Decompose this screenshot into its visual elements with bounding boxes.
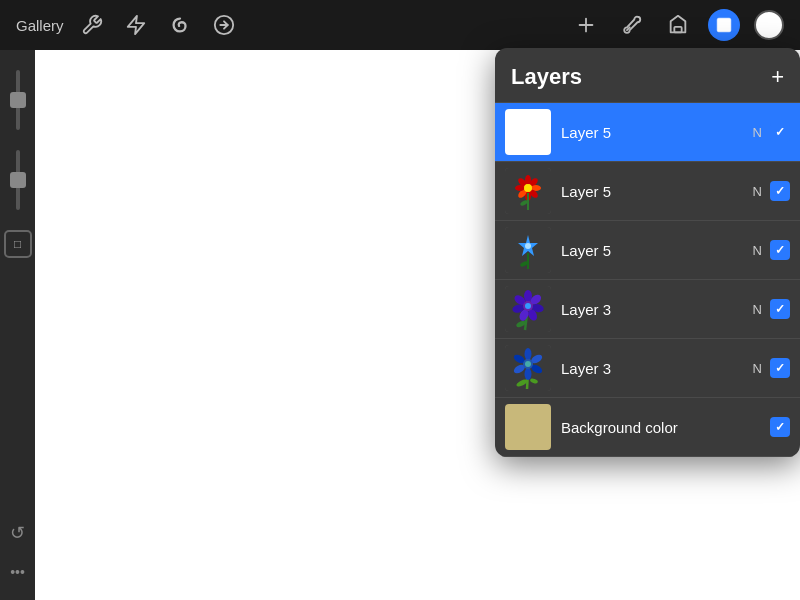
toolbar-right (570, 9, 784, 41)
smudge-icon[interactable] (164, 9, 196, 41)
layer-mode: N (753, 302, 762, 317)
layer-name: Background color (561, 419, 762, 436)
layer-item[interactable]: Layer 3 N (495, 339, 800, 398)
wrench-icon[interactable] (76, 9, 108, 41)
layer-mode: N (753, 125, 762, 140)
layer-visibility-checkbox[interactable] (770, 417, 790, 437)
layers-title: Layers (511, 64, 582, 90)
eraser-tool-icon[interactable] (662, 9, 694, 41)
svg-point-46 (525, 368, 532, 380)
layer-visibility-checkbox[interactable] (770, 122, 790, 142)
gallery-button[interactable]: Gallery (16, 17, 64, 34)
size-slider[interactable] (16, 150, 20, 210)
layer-thumbnail (505, 286, 551, 332)
layer-item[interactable]: Layer 5 N (495, 162, 800, 221)
layer-thumbnail (505, 168, 551, 214)
brush-tool-icon[interactable] (616, 9, 648, 41)
layer-toggle-button[interactable]: □ (4, 230, 32, 258)
layer-name: Layer 5 (561, 183, 753, 200)
layer-thumbnail (505, 404, 551, 450)
layer-item[interactable]: Layer 5 N (495, 221, 800, 280)
top-toolbar: Gallery (0, 0, 800, 50)
transform-icon[interactable] (208, 9, 240, 41)
adjust-icon[interactable] (120, 9, 152, 41)
layer-mode: N (753, 243, 762, 258)
color-swatch[interactable] (754, 10, 784, 40)
svg-point-50 (525, 361, 531, 367)
pen-tool-icon[interactable] (570, 9, 602, 41)
background-color-layer[interactable]: Background color (495, 398, 800, 457)
more-options[interactable]: ••• (10, 564, 25, 580)
svg-rect-5 (674, 27, 681, 33)
layer-visibility-checkbox[interactable] (770, 299, 790, 319)
layers-panel: Layers + Layer 5 N (495, 48, 800, 457)
left-sidebar: □ ↺ ••• (0, 50, 35, 600)
undo-button[interactable]: ↺ (10, 522, 25, 544)
layer-thumbnail (505, 227, 551, 273)
svg-rect-6 (717, 18, 731, 32)
svg-point-17 (524, 184, 532, 192)
layers-header: Layers + (495, 48, 800, 103)
layer-visibility-checkbox[interactable] (770, 240, 790, 260)
layer-mode: N (753, 184, 762, 199)
layer-name: Layer 5 (561, 242, 753, 259)
toolbar-left: Gallery (16, 9, 240, 41)
layer-thumbnail (505, 345, 551, 391)
layer-item[interactable]: Layer 5 N (495, 103, 800, 162)
layer-item[interactable]: Layer 3 N (495, 280, 800, 339)
layer-name: Layer 3 (561, 360, 753, 377)
opacity-slider[interactable] (16, 70, 20, 130)
layer-thumbnail (505, 109, 551, 155)
layer-visibility-checkbox[interactable] (770, 181, 790, 201)
layer-mode: N (753, 361, 762, 376)
layer-name: Layer 3 (561, 301, 753, 318)
layers-button[interactable] (708, 9, 740, 41)
add-layer-button[interactable]: + (771, 66, 784, 88)
layer-name: Layer 5 (561, 124, 753, 141)
svg-point-43 (525, 348, 532, 360)
svg-point-37 (525, 303, 531, 309)
svg-marker-0 (127, 16, 144, 34)
layer-visibility-checkbox[interactable] (770, 358, 790, 378)
svg-point-24 (525, 243, 531, 249)
